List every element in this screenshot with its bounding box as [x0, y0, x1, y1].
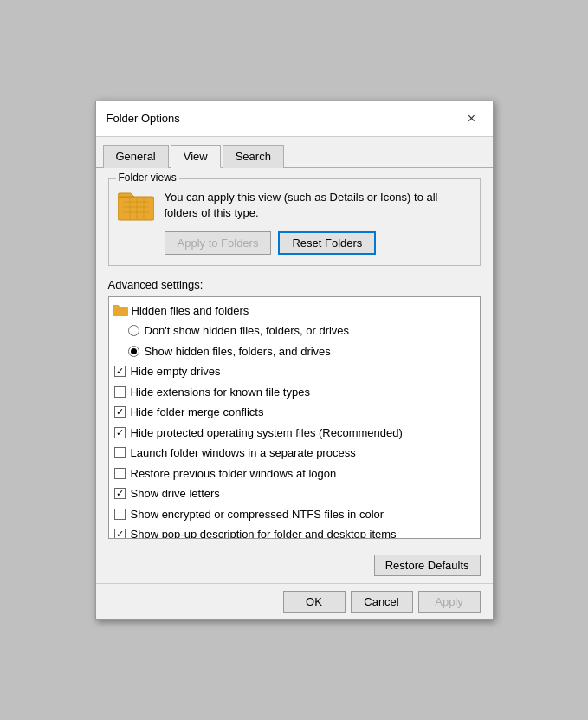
checkbox-hide-merge-conflicts[interactable]: [114, 406, 126, 418]
radio-dont-show[interactable]: [128, 325, 139, 336]
title-bar: Folder Options ×: [96, 101, 493, 137]
folder-views-section: Folder views: [108, 178, 481, 266]
checkbox-show-popup[interactable]: [114, 529, 126, 538]
tab-bar: General View Search: [96, 137, 493, 168]
list-item[interactable]: Show pop-up description for folder and d…: [109, 524, 480, 539]
list-item[interactable]: Don't show hidden files, folders, or dri…: [109, 321, 480, 341]
restore-defaults-button[interactable]: Restore Defaults: [374, 555, 481, 576]
reset-folders-button[interactable]: Reset Folders: [278, 231, 376, 255]
close-button[interactable]: ×: [462, 108, 482, 129]
cancel-button[interactable]: Cancel: [351, 591, 413, 613]
folder-views-legend: Folder views: [116, 172, 179, 184]
apply-button[interactable]: Apply: [418, 591, 481, 613]
checkbox-restore-previous[interactable]: [114, 468, 126, 479]
list-item[interactable]: Restore previous folder windows at logon: [109, 464, 480, 484]
tab-search[interactable]: Search: [223, 145, 284, 168]
list-item[interactable]: Launch folder windows in a separate proc…: [109, 443, 480, 464]
list-item: Hidden files and folders: [109, 301, 480, 321]
list-item[interactable]: Show drive letters: [109, 483, 480, 504]
tab-view[interactable]: View: [171, 145, 221, 168]
checkbox-hide-empty-drives[interactable]: [114, 366, 126, 377]
list-item[interactable]: Hide protected operating system files (R…: [109, 423, 480, 444]
list-item[interactable]: Hide folder merge conflicts: [109, 402, 480, 423]
dialog-title: Folder Options: [107, 112, 180, 125]
folder-views-description: You can apply this view (such as Details…: [165, 190, 471, 221]
checkbox-show-drive-letters[interactable]: [114, 488, 126, 499]
tab-general[interactable]: General: [103, 145, 169, 168]
advanced-settings-label: Advanced settings:: [108, 278, 481, 291]
advanced-settings-list[interactable]: Hidden files and folders Don't show hidd…: [108, 296, 481, 539]
apply-to-folders-button[interactable]: Apply to Folders: [165, 231, 272, 255]
checkbox-hide-extensions[interactable]: [114, 386, 126, 398]
dialog-footer: OK Cancel Apply: [96, 583, 493, 619]
list-item[interactable]: Hide empty drives: [109, 361, 480, 382]
checkbox-hide-protected[interactable]: [114, 427, 126, 438]
folder-views-buttons: Apply to Folders Reset Folders: [165, 231, 471, 255]
restore-defaults-row: Restore Defaults: [96, 549, 493, 583]
folder-options-dialog: Folder Options × General View Search Fol…: [95, 101, 494, 620]
folder-views-inner: You can apply this view (such as Details…: [118, 190, 471, 223]
svg-rect-0: [118, 197, 154, 220]
radio-show-hidden[interactable]: [128, 346, 139, 357]
ok-button[interactable]: OK: [283, 591, 346, 613]
main-content: Folder views: [96, 168, 493, 549]
list-item[interactable]: Show encrypted or compressed NTFS files …: [109, 504, 480, 525]
folder-icon: [118, 190, 154, 223]
svg-rect-8: [113, 307, 128, 316]
list-item[interactable]: Show hidden files, folders, and drives: [109, 341, 480, 362]
checkbox-show-encrypted[interactable]: [114, 509, 126, 520]
list-item[interactable]: Hide extensions for known file types: [109, 382, 480, 403]
checkbox-launch-separate[interactable]: [114, 447, 126, 458]
